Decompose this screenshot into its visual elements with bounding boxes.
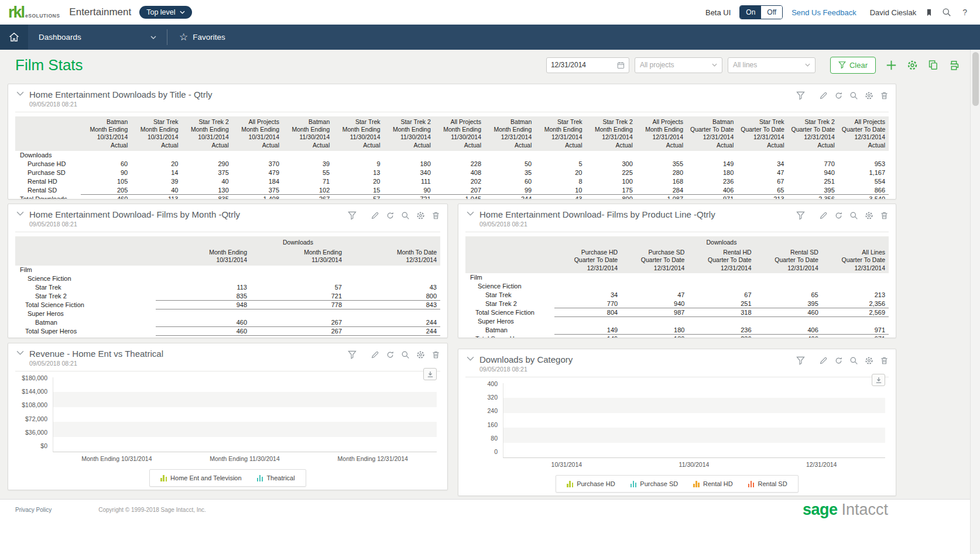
delete-icon[interactable] — [880, 356, 889, 365]
row-label[interactable]: Super Heros — [15, 309, 156, 318]
send-feedback-link[interactable]: Send Us Feedback — [791, 8, 856, 17]
edit-icon[interactable] — [371, 350, 379, 359]
row-label[interactable]: Film — [15, 266, 156, 274]
row-label[interactable]: Batman — [465, 326, 554, 335]
refresh-icon[interactable] — [834, 356, 843, 365]
settings-icon[interactable] — [865, 91, 873, 100]
privacy-policy-link[interactable]: Privacy Policy — [15, 507, 52, 513]
row-label[interactable]: Downloads — [15, 151, 81, 160]
help-icon[interactable]: ? — [960, 8, 969, 17]
row-label[interactable]: Super Heros — [465, 317, 554, 326]
cell-value[interactable]: 971 — [822, 326, 889, 335]
delete-icon[interactable] — [431, 350, 440, 359]
filter-icon[interactable] — [348, 211, 357, 220]
row-label[interactable]: Star Trek — [15, 283, 156, 292]
row-label[interactable]: Star Trek 2 — [465, 300, 554, 308]
collapse-chevron-icon[interactable] — [467, 356, 474, 361]
edit-icon[interactable] — [819, 91, 828, 100]
beta-off-button[interactable]: Off — [761, 6, 782, 19]
row-label[interactable]: Film — [465, 273, 554, 282]
settings-icon[interactable] — [865, 356, 873, 365]
vertical-scrollbar[interactable] — [970, 50, 980, 554]
zoom-icon[interactable] — [401, 211, 410, 220]
chart-download-button[interactable] — [423, 368, 437, 380]
cell-value[interactable]: 113 — [156, 283, 251, 292]
cell-value[interactable]: 835 — [156, 292, 251, 301]
rkl-logo[interactable]: rkl eSOLUTIONS — [8, 4, 60, 22]
print-button[interactable] — [948, 60, 960, 71]
cell-value[interactable]: 180 — [621, 326, 688, 335]
cell-value[interactable]: 940 — [621, 300, 688, 308]
cell-value[interactable]: 770 — [554, 300, 621, 308]
edit-icon[interactable] — [819, 356, 828, 365]
cell-value[interactable]: 406 — [755, 326, 822, 335]
nav-favorites[interactable]: ☆ Favorites — [167, 25, 237, 50]
cell-value[interactable]: 43 — [345, 283, 440, 292]
filter-icon[interactable] — [348, 350, 357, 359]
zoom-icon[interactable] — [401, 350, 410, 359]
calendar-icon[interactable] — [617, 61, 625, 70]
cell-value[interactable]: 34 — [554, 291, 621, 300]
refresh-icon[interactable] — [386, 350, 395, 359]
bookmark-icon[interactable] — [925, 8, 933, 17]
cell-value[interactable]: 800 — [345, 292, 440, 301]
delete-icon[interactable] — [431, 211, 440, 220]
row-label[interactable]: Science Fiction — [465, 282, 554, 291]
row-label[interactable]: Star Trek — [465, 291, 554, 300]
zoom-icon[interactable] — [849, 91, 858, 100]
cell-value[interactable]: 2,356 — [822, 300, 889, 308]
clear-filters-button[interactable]: Clear — [830, 57, 876, 74]
scrollbar-thumb[interactable] — [972, 52, 979, 106]
refresh-icon[interactable] — [834, 211, 843, 220]
cell-value[interactable]: 267 — [251, 318, 345, 327]
refresh-icon[interactable] — [386, 211, 395, 220]
beta-on-button[interactable]: On — [740, 6, 761, 19]
refresh-icon[interactable] — [834, 91, 843, 100]
zoom-icon[interactable] — [849, 211, 858, 220]
filter-icon[interactable] — [796, 211, 805, 220]
row-label[interactable]: Batman — [15, 318, 156, 327]
duplicate-dashboard-button[interactable] — [928, 60, 938, 70]
chart-download-button[interactable] — [872, 374, 885, 386]
settings-icon[interactable] — [865, 211, 873, 220]
collapse-chevron-icon[interactable] — [16, 211, 24, 216]
cell-value[interactable]: 251 — [688, 300, 755, 308]
cell-value[interactable]: 149 — [554, 326, 621, 335]
cell-value[interactable]: 57 — [251, 283, 345, 292]
nav-dashboards[interactable]: Dashboards — [28, 25, 167, 50]
lines-filter-select[interactable]: All lines — [728, 57, 815, 73]
collapse-chevron-icon[interactable] — [16, 91, 24, 96]
collapse-chevron-icon[interactable] — [16, 350, 24, 355]
collapse-chevron-icon[interactable] — [467, 211, 474, 216]
cell-value[interactable]: 213 — [822, 291, 889, 300]
dashboard-settings-button[interactable] — [907, 60, 918, 71]
cell-value[interactable]: 395 — [755, 300, 822, 308]
settings-icon[interactable] — [416, 350, 425, 359]
row-label[interactable]: Star Trek 2 — [15, 292, 156, 301]
search-icon[interactable] — [942, 8, 951, 17]
top-level-dropdown[interactable]: Top level — [139, 6, 191, 19]
filter-icon[interactable] — [796, 91, 805, 100]
add-component-button[interactable] — [886, 60, 897, 71]
delete-icon[interactable] — [880, 91, 889, 100]
delete-icon[interactable] — [880, 211, 889, 220]
cell-value[interactable]: 236 — [688, 326, 755, 335]
cell-value[interactable]: 244 — [345, 318, 440, 327]
row-label[interactable]: Science Fiction — [15, 274, 156, 283]
date-filter[interactable] — [546, 57, 629, 73]
user-menu[interactable]: David Cieslak — [870, 8, 916, 17]
home-button[interactable] — [0, 25, 28, 50]
cell-value[interactable]: 460 — [156, 318, 251, 327]
date-filter-input[interactable] — [551, 61, 614, 69]
zoom-icon[interactable] — [849, 356, 858, 365]
settings-icon[interactable] — [416, 211, 425, 220]
cell-value[interactable]: 47 — [621, 291, 688, 300]
beta-ui-toggle[interactable]: On Off — [739, 5, 783, 19]
edit-icon[interactable] — [371, 211, 379, 220]
cell-value[interactable]: 721 — [251, 292, 345, 301]
cell-value[interactable]: 65 — [755, 291, 822, 300]
projects-filter-select[interactable]: All projects — [635, 57, 722, 73]
cell-value[interactable]: 67 — [688, 291, 755, 300]
filter-icon[interactable] — [796, 356, 805, 365]
edit-icon[interactable] — [819, 211, 828, 220]
